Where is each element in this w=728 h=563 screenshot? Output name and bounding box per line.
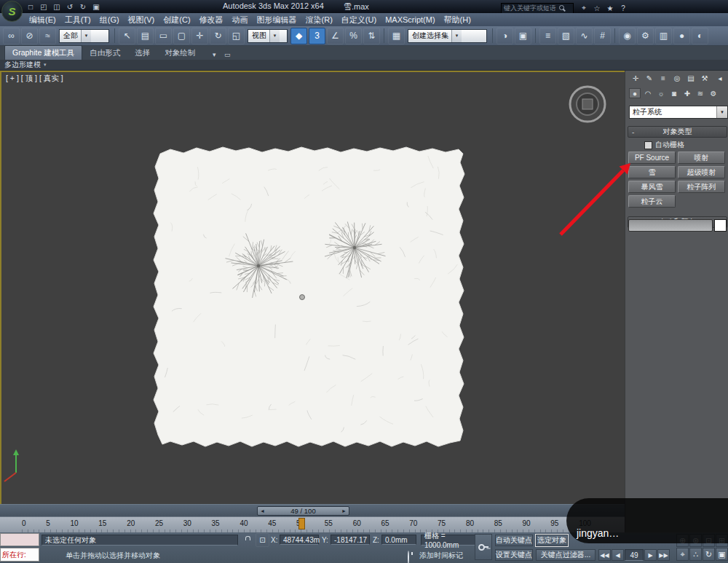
selection-filter-dropdown[interactable]: 全部▼ xyxy=(59,29,109,43)
bind-to-space-warp-icon[interactable]: ≈ xyxy=(39,28,56,44)
walk-through-icon[interactable]: ∴ xyxy=(689,548,702,561)
particle-array-button[interactable]: 粒子阵列 xyxy=(678,181,725,193)
schematic-view-icon[interactable]: # xyxy=(594,28,611,44)
ribbon-minimize-icon[interactable]: ▭ xyxy=(221,49,233,60)
pan-icon[interactable]: ⌖ xyxy=(676,548,689,561)
open-file-icon[interactable]: ◰ xyxy=(38,1,50,12)
x-coordinate-field[interactable]: 48744.43m xyxy=(280,535,319,545)
select-and-link-icon[interactable]: ∞ xyxy=(3,28,20,44)
snow-button[interactable]: 雪 xyxy=(628,166,676,178)
graphite-ribbon-toggle-icon[interactable]: ▧ xyxy=(558,28,574,44)
viewport-top[interactable]: [ + ][ 顶 ][ 真实 ] xyxy=(0,71,626,507)
panel-expand-icon[interactable]: ◂ xyxy=(714,73,726,83)
save-file-icon[interactable]: ◫ xyxy=(51,1,63,12)
object-type-rollout-header[interactable]: - 对象类型 xyxy=(628,126,727,138)
app-logo[interactable]: S xyxy=(1,1,23,22)
spinner-snap-icon[interactable]: ⇅ xyxy=(363,28,380,44)
z-coordinate-field[interactable]: 0.0mm xyxy=(381,535,416,545)
helpers-category-icon[interactable]: ✚ xyxy=(681,88,693,98)
spray-button[interactable]: 喷射 xyxy=(678,151,725,164)
display-tab-icon[interactable]: ▤ xyxy=(685,73,697,83)
select-by-name-icon[interactable]: ▤ xyxy=(137,28,154,44)
previous-frame-icon[interactable]: ◀ xyxy=(612,549,624,561)
macro-recorder-line[interactable] xyxy=(0,533,39,546)
set-key-icon-button[interactable] xyxy=(475,534,492,560)
viewport-canvas[interactable] xyxy=(1,72,622,503)
small-scene-object[interactable] xyxy=(300,295,305,300)
previous-frame-icon[interactable]: ◄ xyxy=(260,508,265,513)
favorites-icon[interactable]: ★ xyxy=(604,3,616,13)
create-tab-icon[interactable]: ✛ xyxy=(630,73,641,83)
super-spray-button[interactable]: 超级喷射 xyxy=(678,166,725,178)
new-scene-icon[interactable]: □ xyxy=(25,1,36,12)
space-warps-category-icon[interactable]: ≋ xyxy=(695,88,706,98)
search-icon[interactable] xyxy=(558,4,566,12)
go-to-end-icon[interactable]: ▶▶ xyxy=(657,549,670,561)
subtab-polygon-modeling[interactable]: 多边形建模 xyxy=(4,60,41,70)
curve-editor-icon[interactable]: ∿ xyxy=(576,28,593,44)
material-editor-icon[interactable]: ◉ xyxy=(619,28,636,44)
project-folder-icon[interactable]: ▣ xyxy=(90,1,102,12)
object-category-dropdown[interactable]: 粒子系统 ▼ xyxy=(629,106,728,119)
menu-item-6[interactable]: 动画 xyxy=(228,13,253,26)
mirror-icon[interactable]: ◑ xyxy=(496,28,513,44)
y-coordinate-field[interactable]: -18147.17 xyxy=(331,535,370,545)
lights-category-icon[interactable]: ☼ xyxy=(655,88,667,98)
current-frame-field[interactable]: 49 xyxy=(625,549,644,561)
viewport-navigation-wheel[interactable] xyxy=(570,87,605,122)
percent-snap-icon[interactable]: % xyxy=(345,28,362,44)
render-production-icon[interactable]: ● xyxy=(673,28,690,44)
select-and-scale-icon[interactable]: ◱ xyxy=(228,28,245,44)
tab-graphite-modeling[interactable]: Graphite 建模工具 xyxy=(4,45,82,60)
go-to-start-icon[interactable]: ◀◀ xyxy=(598,549,611,561)
align-icon[interactable]: ▣ xyxy=(515,28,531,44)
use-pivot-point-icon[interactable]: ◆ xyxy=(290,28,307,44)
particle-cloud-button[interactable]: 粒子云 xyxy=(628,195,676,208)
menu-item-0[interactable]: 编辑(E) xyxy=(25,13,60,26)
selected-mode-dropdown[interactable]: 选定对象 xyxy=(536,535,568,546)
communication-center-icon[interactable]: ☆ xyxy=(591,3,603,13)
track-bar[interactable]: 0510152025303540455055606570758085909510… xyxy=(0,516,625,533)
menu-item-8[interactable]: 渲染(R) xyxy=(301,13,337,26)
systems-category-icon[interactable]: ⚙ xyxy=(708,88,719,98)
tab-selection[interactable]: 选择 xyxy=(127,46,157,60)
set-key-button[interactable]: 设置关键点 xyxy=(495,549,533,561)
blizzard-button[interactable]: 暴风雪 xyxy=(628,181,676,193)
auto-key-button[interactable]: 自动关键点 xyxy=(495,535,533,546)
absolute-mode-icon[interactable]: ⊡ xyxy=(256,533,269,547)
utilities-tab-icon[interactable]: ⚒ xyxy=(699,73,711,83)
infocenter-search-icon[interactable]: ⌖ xyxy=(578,3,590,13)
tab-freeform[interactable]: 自由形式 xyxy=(82,46,127,60)
menu-item-1[interactable]: 工具(T) xyxy=(60,13,95,26)
mini-listener-line[interactable]: 所在行: xyxy=(0,548,39,562)
key-filters-button[interactable]: 关键点过滤器... xyxy=(536,549,596,561)
orbit-icon[interactable]: ↻ xyxy=(703,548,715,561)
pf-source-button[interactable]: PF Source xyxy=(628,151,676,164)
modify-tab-icon[interactable]: ✎ xyxy=(644,73,655,83)
menu-item-2[interactable]: 组(G) xyxy=(95,13,124,26)
menu-item-5[interactable]: 修改器 xyxy=(195,13,228,26)
current-frame-marker[interactable] xyxy=(298,518,305,529)
search-input[interactable]: 键入关键字或短语 xyxy=(501,3,574,14)
object-name-field[interactable] xyxy=(628,219,713,232)
ribbon-config-dropdown-icon[interactable]: ▾ xyxy=(208,49,220,60)
object-color-swatch[interactable] xyxy=(714,219,727,232)
menu-item-11[interactable]: 帮助(H) xyxy=(440,13,475,26)
rendered-frame-window-icon[interactable]: ▥ xyxy=(655,28,672,44)
select-object-icon[interactable]: ↖ xyxy=(119,28,135,44)
menu-item-7[interactable]: 图形编辑器 xyxy=(253,13,301,26)
cameras-category-icon[interactable]: ◙ xyxy=(668,88,680,98)
snaps-toggle-icon[interactable]: 3 xyxy=(309,28,325,44)
render-setup-icon[interactable]: ⚙ xyxy=(637,28,654,44)
tab-object-paint[interactable]: 对象绘制 xyxy=(157,46,202,60)
menu-item-10[interactable]: MAXScript(M) xyxy=(381,13,439,26)
menu-item-4[interactable]: 创建(C) xyxy=(159,13,194,26)
menu-item-3[interactable]: 视图(V) xyxy=(124,13,159,26)
viewport-shading-menu[interactable]: [ 真实 ] xyxy=(39,74,63,84)
help-icon[interactable]: ? xyxy=(617,3,629,13)
viewport-general-menu[interactable]: [ + ] xyxy=(6,74,19,84)
undo-icon[interactable]: ↺ xyxy=(64,1,76,12)
maximize-viewport-icon[interactable]: ▣ xyxy=(716,548,728,561)
shapes-category-icon[interactable]: ◠ xyxy=(642,88,654,98)
time-slider-handle[interactable]: ◄ 49 / 100 ► xyxy=(257,506,349,516)
